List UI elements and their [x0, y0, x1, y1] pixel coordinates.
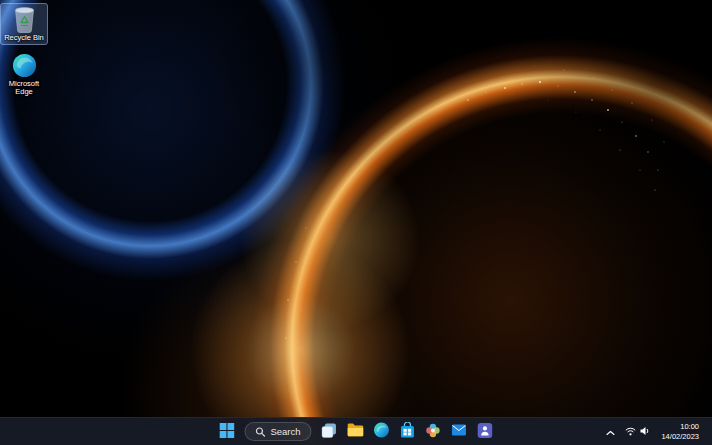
wallpaper-sparkles	[0, 0, 712, 445]
tray-chevron-button[interactable]	[602, 420, 619, 444]
clock[interactable]: 10:00 14/02/2023	[657, 420, 705, 444]
store-button[interactable]	[396, 420, 419, 444]
teams-button[interactable]	[474, 420, 497, 444]
chevron-up-icon	[606, 424, 615, 439]
tray-time: 10:00	[680, 422, 699, 432]
photos-icon	[426, 423, 441, 441]
wallpaper[interactable]	[0, 0, 712, 445]
outlook-button[interactable]	[448, 420, 471, 444]
search-label: Search	[270, 426, 300, 437]
desktop-icon-microsoft-edge[interactable]: Microsoft Edge	[1, 50, 47, 98]
network-icon	[625, 424, 636, 439]
recycle-bin-icon	[13, 6, 36, 33]
taskbar: Search	[0, 417, 712, 445]
taskbar-center: Search	[215, 418, 496, 445]
windows-logo-icon	[219, 423, 234, 441]
desktop-icon-recycle-bin[interactable]: Recycle Bin	[1, 4, 47, 44]
file-explorer-button[interactable]	[344, 420, 367, 444]
desktop-icon-label: Recycle Bin	[4, 34, 44, 43]
folder-icon	[347, 423, 363, 440]
volume-icon	[640, 424, 651, 439]
start-button[interactable]	[215, 420, 238, 444]
search-icon	[255, 423, 265, 441]
photos-button[interactable]	[422, 420, 445, 444]
task-view-button[interactable]	[318, 420, 341, 444]
show-desktop-button[interactable]	[707, 418, 711, 445]
envelope-icon	[452, 424, 467, 439]
task-view-icon	[322, 423, 337, 441]
teams-icon	[478, 423, 493, 441]
desktop-icon-grid: Recycle Bin Microsoft Edge	[1, 4, 47, 98]
taskbar-search[interactable]: Search	[244, 422, 311, 441]
desktop-icon-label: Microsoft Edge	[2, 80, 46, 97]
edge-button[interactable]	[370, 420, 393, 444]
taskbar-tray: 10:00 14/02/2023	[602, 418, 711, 445]
windows-desktop: Recycle Bin Microsoft Edge	[0, 0, 712, 445]
store-bag-icon	[400, 422, 414, 441]
edge-icon	[373, 422, 389, 441]
system-tray-indicators[interactable]	[621, 420, 655, 444]
tray-date: 14/02/2023	[661, 432, 699, 442]
edge-desktop-icon	[12, 52, 37, 79]
